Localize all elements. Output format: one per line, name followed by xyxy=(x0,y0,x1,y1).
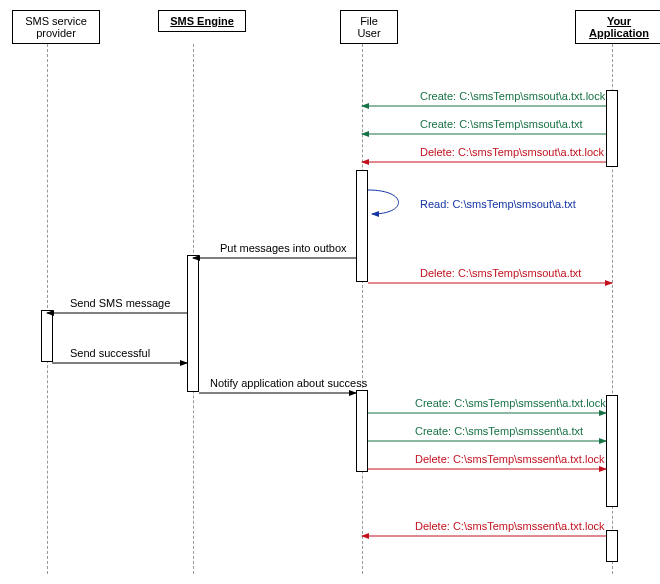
participant-label: YourApplication xyxy=(589,15,649,39)
msg-create-txt-out: Create: C:\smsTemp\smsout\a.txt xyxy=(420,118,583,130)
arrow-m8 xyxy=(52,360,193,368)
msg-delete-lock-out: Delete: C:\smsTemp\smsout\a.txt.lock xyxy=(420,146,604,158)
arrow-m6 xyxy=(368,280,612,288)
arrow-m12 xyxy=(368,466,606,474)
arrow-m11 xyxy=(368,438,606,446)
participant-label: SMS Engine xyxy=(170,15,234,27)
arrow-m13 xyxy=(362,533,606,541)
activation-your-app-3 xyxy=(606,530,618,562)
msg-create-lock-sent: Create: C:\smsTemp\smssent\a.txt.lock xyxy=(415,397,606,409)
arrow-m4 xyxy=(368,186,418,222)
participant-label: FileUser xyxy=(357,15,380,39)
msg-create-lock-out: Create: C:\smsTemp\smsout\a.txt.lock xyxy=(420,90,605,102)
sequence-diagram: SMS serviceprovider SMS Engine FileUser … xyxy=(0,0,660,584)
activation-file-user-1 xyxy=(356,170,368,282)
msg-put-outbox: Put messages into outbox xyxy=(220,242,347,254)
arrow-m10 xyxy=(368,410,606,418)
arrow-m3 xyxy=(362,159,606,167)
msg-delete-txt-out: Delete: C:\smsTemp\smsout\a.txt xyxy=(420,267,581,279)
arrow-m5 xyxy=(193,255,356,263)
arrow-m7 xyxy=(47,310,188,318)
participant-label: SMS serviceprovider xyxy=(25,15,87,39)
msg-read-txt: Read: C:\smsTemp\smsout\a.txt xyxy=(420,198,576,210)
activation-sms-engine xyxy=(187,255,199,392)
participant-your-application: YourApplication xyxy=(575,10,660,44)
participant-sms-provider: SMS serviceprovider xyxy=(12,10,100,44)
msg-delete-lock-sent-2: Delete: C:\smsTemp\smssent\a.txt.lock xyxy=(415,520,605,532)
activation-your-app-1 xyxy=(606,90,618,167)
activation-file-user-2 xyxy=(356,390,368,472)
msg-send-sms: Send SMS message xyxy=(70,297,170,309)
participant-file-user: FileUser xyxy=(340,10,398,44)
msg-create-txt-sent: Create: C:\smsTemp\smssent\a.txt xyxy=(415,425,583,437)
msg-send-successful: Send successful xyxy=(70,347,150,359)
lifeline-file-user xyxy=(362,44,363,574)
msg-notify-success: Notify application about success xyxy=(210,377,367,389)
lifeline-sms-provider xyxy=(47,44,48,574)
arrow-m2 xyxy=(362,131,606,139)
arrow-m1 xyxy=(362,103,606,111)
msg-delete-lock-sent-1: Delete: C:\smsTemp\smssent\a.txt.lock xyxy=(415,453,605,465)
arrow-m9 xyxy=(199,390,362,398)
activation-your-app-2 xyxy=(606,395,618,507)
participant-sms-engine: SMS Engine xyxy=(158,10,246,32)
